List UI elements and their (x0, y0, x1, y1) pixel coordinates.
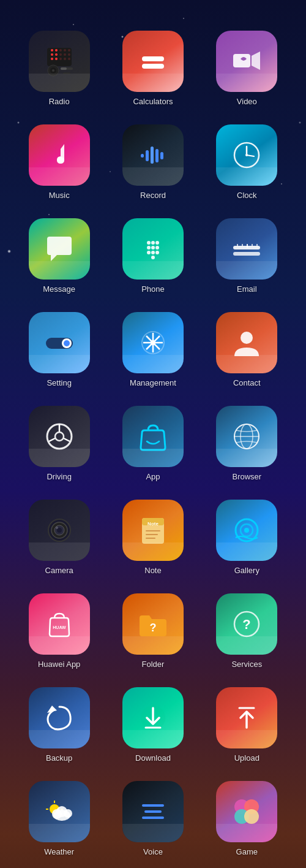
svg-rect-106 (142, 817, 164, 819)
svg-rect-20 (61, 67, 67, 70)
app-label-voice: Voice (143, 847, 163, 856)
svg-point-1 (51, 49, 53, 51)
app-label-video: Video (237, 97, 257, 106)
svg-point-84 (244, 528, 249, 533)
app-item-record[interactable]: Record (106, 118, 200, 206)
app-item-radio[interactable]: Radio (12, 25, 106, 112)
app-icon-setting (29, 312, 90, 373)
app-icon-calculators (122, 31, 184, 92)
svg-text:Note: Note (147, 521, 159, 527)
app-icon-camera (29, 500, 90, 561)
svg-text:?: ? (243, 617, 251, 632)
svg-point-18 (52, 69, 54, 72)
svg-rect-50 (247, 244, 248, 248)
app-label-upload: Upload (234, 753, 259, 763)
app-item-calculators[interactable]: Calculators (106, 25, 200, 112)
svg-point-26 (57, 157, 64, 163)
svg-point-38 (155, 241, 159, 245)
svg-point-39 (147, 246, 151, 249)
svg-point-64 (55, 432, 64, 441)
app-item-clock[interactable]: Clock (200, 118, 294, 206)
app-icon-upload (216, 687, 277, 748)
svg-rect-21 (63, 72, 70, 74)
svg-point-55 (64, 340, 70, 346)
app-item-phone[interactable]: Phone (106, 212, 200, 300)
svg-point-3 (59, 49, 62, 51)
svg-point-14 (64, 58, 66, 60)
app-label-email: Email (237, 284, 257, 294)
svg-point-40 (151, 246, 155, 249)
svg-text:HUAW: HUAW (53, 625, 66, 630)
app-icon-clock (216, 124, 277, 186)
app-icon-music (29, 124, 90, 186)
app-grid: Radio Calculators (0, 0, 306, 868)
app-item-contact[interactable]: Contact (200, 306, 294, 394)
app-label-clock: Clock (237, 191, 257, 200)
app-icon-note: Note (122, 500, 184, 561)
app-label-calculators: Calculators (133, 97, 173, 106)
app-label-weather: Weather (44, 847, 74, 856)
app-item-huaweiapp[interactable]: HUAW Huawei App (12, 587, 106, 675)
svg-point-13 (59, 58, 62, 60)
app-item-driving[interactable]: Driving (12, 400, 106, 487)
app-item-browser[interactable]: Browser (200, 400, 294, 487)
svg-point-10 (68, 53, 70, 56)
app-item-game[interactable]: Game (200, 775, 294, 862)
svg-point-41 (155, 246, 159, 249)
svg-rect-30 (155, 149, 159, 162)
app-icon-email (216, 218, 277, 280)
app-item-email[interactable]: Email (200, 212, 294, 300)
svg-rect-48 (237, 244, 238, 246)
app-icon-download (122, 687, 184, 748)
app-item-note[interactable]: Note Note (106, 493, 200, 581)
svg-point-44 (155, 251, 159, 254)
svg-rect-22 (142, 56, 164, 61)
app-item-upload[interactable]: Upload (200, 681, 294, 769)
svg-rect-31 (160, 152, 163, 159)
app-item-folder[interactable]: ? Folder (106, 587, 200, 675)
app-label-driving: Driving (47, 472, 71, 481)
svg-point-62 (241, 332, 253, 344)
app-item-message[interactable]: Message (12, 212, 106, 300)
app-icon-driving (29, 406, 90, 467)
app-label-phone: Phone (141, 284, 165, 294)
app-item-voice[interactable]: Voice (106, 775, 200, 862)
app-icon-weather (29, 781, 90, 842)
app-item-services[interactable]: ? Services (200, 587, 294, 675)
svg-point-37 (151, 241, 155, 245)
app-label-contact: Contact (233, 378, 261, 387)
app-item-camera[interactable]: Camera (12, 493, 106, 581)
app-item-video[interactable]: Video (200, 25, 294, 112)
app-label-camera: Camera (45, 566, 73, 575)
app-item-app[interactable]: App (106, 400, 200, 487)
svg-rect-47 (233, 252, 260, 256)
app-item-music[interactable]: Music (12, 118, 106, 206)
svg-point-103 (64, 809, 72, 818)
svg-point-42 (147, 251, 151, 254)
app-icon-record (122, 124, 184, 186)
svg-point-11 (51, 58, 53, 60)
app-icon-backup (29, 687, 90, 748)
svg-point-75 (56, 527, 58, 529)
app-item-management[interactable]: Management (106, 306, 200, 394)
app-item-gallery[interactable]: Gallery (200, 493, 294, 581)
svg-rect-23 (142, 64, 164, 69)
app-item-setting[interactable]: Setting (12, 306, 106, 394)
svg-line-67 (64, 438, 70, 441)
svg-rect-52 (256, 244, 258, 246)
app-icon-app (122, 406, 184, 467)
svg-rect-27 (141, 154, 144, 158)
svg-rect-79 (146, 530, 160, 531)
app-item-weather[interactable]: Weather (12, 775, 106, 862)
app-icon-message (29, 218, 90, 280)
svg-point-7 (55, 53, 58, 56)
svg-point-15 (68, 58, 70, 60)
app-item-download[interactable]: Download (106, 681, 200, 769)
svg-point-9 (64, 53, 66, 56)
app-item-backup[interactable]: Backup (12, 681, 106, 769)
app-label-huaweiapp: Huawei App (38, 660, 80, 669)
app-label-backup: Backup (46, 753, 72, 763)
svg-rect-24 (233, 54, 250, 67)
app-label-message: Message (43, 284, 75, 294)
app-label-record: Record (140, 191, 166, 200)
